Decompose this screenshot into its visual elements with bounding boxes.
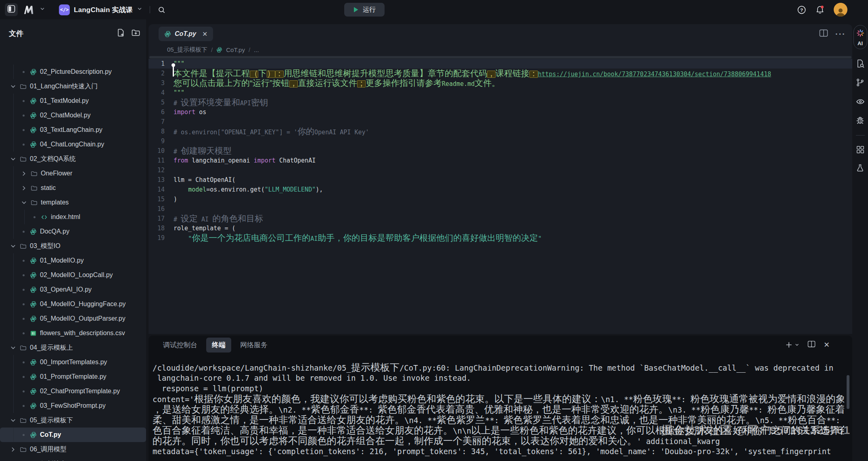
- tree-file[interactable]: 01_ModelIO.py: [0, 253, 146, 268]
- marscode-logo[interactable]: [22, 4, 36, 16]
- tree-item-label: flowers_with_descriptions.csv: [40, 330, 125, 337]
- tree-file[interactable]: 04_ChatLongChain.py: [0, 137, 146, 152]
- code-line: 7: [149, 117, 852, 127]
- tree-folder[interactable]: 02_文档QA系统: [0, 152, 146, 166]
- more-actions-icon[interactable]: ···: [835, 29, 846, 39]
- tree-item-label: OneFlower: [41, 170, 72, 177]
- help-icon[interactable]: ?: [797, 5, 806, 15]
- logo-chevron-icon[interactable]: [40, 6, 45, 13]
- project-badge-icon: </>: [59, 4, 70, 15]
- tree-folder[interactable]: 04_提示模板上: [0, 340, 146, 355]
- breadcrumb-folder[interactable]: 05_提示模板下: [167, 46, 207, 54]
- code-line: 19 "你是一个为花店电商公司工作的AI助手，你的目标是帮助客户根据他们的喜好做…: [149, 233, 852, 243]
- tab-close-icon[interactable]: ✕: [202, 30, 207, 38]
- tree-folder[interactable]: 01_LangChain快速入门: [0, 79, 146, 94]
- tree-file[interactable]: 03_OpenAI_IO.py: [0, 282, 146, 297]
- git-branch-icon[interactable]: [855, 78, 865, 87]
- code-line: 18role_template = (: [149, 223, 852, 233]
- tab-terminal[interactable]: 终端: [206, 338, 231, 353]
- terminal-scrollbar[interactable]: [847, 375, 849, 409]
- new-file-icon[interactable]: [117, 28, 125, 39]
- close-panel-icon[interactable]: ✕: [824, 340, 830, 349]
- tree-file[interactable]: 05_ModelIO_OutputParser.py: [0, 311, 146, 326]
- tree-folder[interactable]: static: [0, 181, 146, 195]
- tree-item-label: 01_PromptTemplate.py: [40, 373, 107, 380]
- tree-item-label: static: [41, 184, 56, 192]
- tree-file[interactable]: 00_ImportTemplates.py: [0, 355, 146, 369]
- tree-file[interactable]: flowers_with_descriptions.csv: [0, 326, 146, 340]
- top-bar: </> LangChain 实战课 运行 ?: [0, 0, 868, 19]
- panel-tab-bar: 调试控制台 终端 网络服务 ✕: [149, 336, 852, 354]
- add-terminal-button[interactable]: [785, 341, 799, 348]
- terminal-output[interactable]: /cloudide/workspace/LangChain-shizhanke/…: [153, 362, 844, 457]
- tree-item-label: 03_模型IO: [30, 242, 61, 250]
- tree-item-label: 04_ModelIO_HuggingFace.py: [40, 300, 126, 308]
- notifications-bell-icon[interactable]: [815, 5, 825, 15]
- breadcrumb-symbol[interactable]: ...: [254, 46, 259, 53]
- code-line: 4""": [149, 88, 852, 98]
- extensions-grid-icon[interactable]: [856, 145, 865, 154]
- tree-file[interactable]: 01_TextModel.py: [0, 94, 146, 108]
- avatar[interactable]: [834, 3, 847, 17]
- tree-item-label: index.html: [51, 213, 80, 221]
- split-editor-icon[interactable]: [819, 29, 828, 39]
- code-line: 8# os.environ["OPENAI_API_KEY"] = '你的Ope…: [149, 127, 852, 136]
- code-line: 11from langchain_openai import ChatOpenA…: [149, 156, 852, 165]
- text-cursor: [173, 66, 174, 77]
- tree-file[interactable]: 02_ChatPromptTemplate.py: [0, 384, 146, 398]
- tree-item-label: 01_ModelIO.py: [40, 257, 84, 264]
- project-chevron-icon[interactable]: [137, 6, 142, 13]
- tree-file[interactable]: 04_ModelIO_HuggingFace.py: [0, 297, 146, 311]
- tree-file[interactable]: 03_TextLangChain.py: [0, 123, 146, 137]
- python-file-icon: [216, 47, 222, 53]
- terminal-line: content='根据你女朋友喜欢的颜色，我建议你可以考虑购买粉色和紫色的花束。…: [153, 394, 844, 404]
- project-name[interactable]: LangChain 实战课: [74, 5, 133, 15]
- tab-cot-py[interactable]: CoT.py ✕: [159, 27, 213, 41]
- ai-sparkle-icon: [856, 29, 865, 39]
- sidebar-toggle-button[interactable]: [5, 3, 18, 16]
- code-line: 10# 创建聊天模型: [149, 146, 852, 156]
- tree-folder[interactable]: 03_模型IO: [0, 239, 146, 253]
- tree-file[interactable]: DocQA.py: [0, 224, 146, 239]
- bug-icon[interactable]: [855, 116, 865, 125]
- tree-folder[interactable]: templates: [0, 195, 146, 210]
- tree-item-label: CoT.py: [40, 431, 61, 438]
- tab-label: CoT.py: [175, 30, 196, 38]
- new-folder-icon[interactable]: [131, 28, 140, 39]
- tree-file[interactable]: index.html: [0, 210, 146, 224]
- tree-item-label: 04_ChatLongChain.py: [40, 141, 104, 148]
- file-search-icon[interactable]: [855, 59, 865, 68]
- terminal-line: /cloudide/workspace/LangChain-shizhanke/…: [153, 362, 844, 373]
- flask-icon[interactable]: [855, 164, 865, 173]
- right-activity-bar: AI: [852, 19, 868, 461]
- tree-file[interactable]: CoT.py: [0, 428, 146, 442]
- code-line: 14 model=os.environ.get("LLM_MODELEND"),: [149, 185, 852, 194]
- ai-assistant-button[interactable]: AI: [853, 25, 867, 49]
- tree-folder[interactable]: OneFlower: [0, 166, 146, 181]
- horizontal-scrollbar[interactable]: [149, 56, 852, 59]
- tree-item-label: 02_ModelIO_LoopCall.py: [40, 271, 113, 279]
- code-editor[interactable]: 1"""2本文件是【提示工程（下）：用思维链和思维树提升模型思考质量】章节的配套…: [149, 59, 852, 243]
- code-line: 15): [149, 194, 852, 204]
- split-panel-icon[interactable]: [807, 340, 816, 349]
- tree-folder[interactable]: 05_提示模板下: [0, 413, 146, 428]
- tree-item-label: 03_TextLangChain.py: [40, 126, 102, 134]
- tree-item-label: 05_ModelIO_OutputParser.py: [40, 315, 125, 322]
- tree-file[interactable]: 02_ModelIO_LoopCall.py: [0, 268, 146, 282]
- tree-file[interactable]: 01_PromptTemplate.py: [0, 369, 146, 384]
- breadcrumb-file[interactable]: CoT.py: [226, 46, 245, 53]
- tree-folder[interactable]: 07_解析输出: [0, 457, 146, 461]
- tree-file[interactable]: 02_ChatModel.py: [0, 108, 146, 123]
- tree-item-label: 01_TextModel.py: [40, 97, 89, 104]
- tree-file[interactable]: 02_PictureDescription.py: [0, 65, 146, 79]
- tree-file[interactable]: 03_FewShotPrompt.py: [0, 398, 146, 413]
- tree-folder[interactable]: 06_调用模型: [0, 442, 146, 457]
- tree-item-label: 00_ImportTemplates.py: [40, 359, 107, 366]
- tab-debug-console[interactable]: 调试控制台: [157, 338, 203, 353]
- tree-item-label: 03_FewShotPrompt.py: [40, 402, 106, 409]
- search-icon[interactable]: [157, 6, 166, 14]
- run-button[interactable]: 运行: [344, 3, 385, 17]
- tab-network-service[interactable]: 网络服务: [234, 338, 273, 353]
- eye-icon[interactable]: [855, 97, 865, 106]
- sidebar-toggle-icon: [7, 5, 15, 15]
